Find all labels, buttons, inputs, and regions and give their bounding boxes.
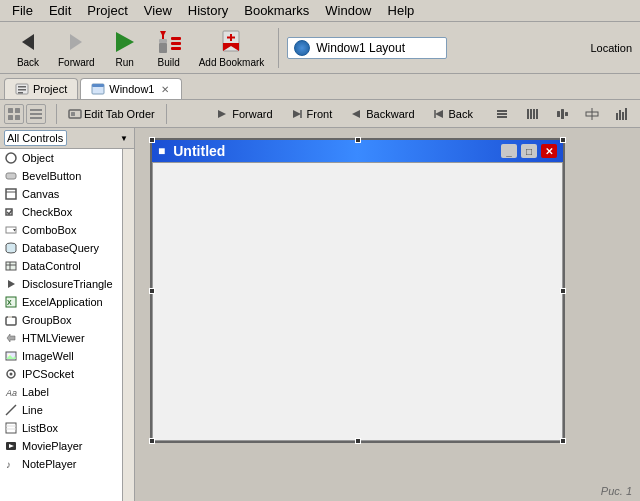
tab-close-button[interactable]: ✕ (159, 83, 171, 95)
toolbar-separator (278, 28, 279, 68)
design-window: ■ Untitled _ □ ✕ (150, 138, 565, 443)
resize-handle-midright[interactable] (560, 288, 566, 294)
align-button-1[interactable] (488, 104, 516, 124)
toolbar: Back Forward Run Build (0, 22, 640, 74)
location-text: Window1 Layout (316, 41, 405, 55)
svg-rect-34 (497, 116, 507, 118)
grid-view-icon[interactable] (4, 104, 24, 124)
location-box[interactable]: Window1 Layout (287, 37, 447, 59)
menu-view[interactable]: View (136, 1, 180, 20)
svg-marker-26 (218, 110, 226, 118)
menu-project[interactable]: Project (79, 1, 135, 20)
sec-backward-label: Backward (366, 108, 414, 120)
build-button[interactable]: Build (149, 26, 189, 70)
resize-handle-botright[interactable] (560, 438, 566, 444)
forward-label: Forward (58, 57, 95, 68)
svg-marker-27 (293, 110, 301, 118)
tab-project[interactable]: Project (4, 78, 78, 99)
window1-tab-label: Window1 (109, 83, 154, 95)
resize-handle-botmid[interactable] (355, 438, 361, 444)
resize-handle-topmid[interactable] (355, 137, 361, 143)
databasequery-icon (4, 241, 18, 255)
menu-edit[interactable]: Edit (41, 1, 79, 20)
sec-back-button[interactable]: Back (426, 105, 480, 123)
edit-tab-order-button[interactable]: Edit Tab Order (63, 104, 160, 124)
align-button-4[interactable] (578, 104, 606, 124)
item-label-checkbox: CheckBox (22, 206, 72, 218)
list-view-icon[interactable] (26, 104, 46, 124)
svg-rect-46 (622, 112, 624, 120)
list-item-ipcsocket[interactable]: IPCSocket (0, 365, 122, 383)
sidebar-scrollbar[interactable] (122, 149, 134, 501)
forward-button[interactable]: Forward (52, 26, 101, 70)
svg-line-71 (6, 405, 16, 415)
list-item-htmlviewer[interactable]: HTMLViewer (0, 329, 122, 347)
list-item-noteplayer[interactable]: ♪ NotePlayer (0, 455, 122, 473)
svg-rect-16 (92, 84, 104, 87)
list-item-datacontrol[interactable]: DataControl (0, 257, 122, 275)
resize-handle-botleft[interactable] (149, 438, 155, 444)
svg-rect-32 (497, 110, 507, 112)
svg-marker-29 (352, 110, 360, 118)
figure-caption: Рис. 1 (601, 485, 632, 497)
chart-button[interactable] (608, 104, 636, 124)
svg-rect-21 (30, 109, 42, 111)
list-item-movieplayer[interactable]: MoviePlayer (0, 437, 122, 455)
menu-bookmarks[interactable]: Bookmarks (236, 1, 317, 20)
bookmark-icon (217, 28, 245, 56)
run-button[interactable]: Run (105, 26, 145, 70)
item-label-listbox: ListBox (22, 422, 58, 434)
list-item-object[interactable]: Object (0, 149, 122, 167)
sec-forward-button[interactable]: Forward (209, 105, 279, 123)
list-item-imagewell[interactable]: ImageWell (0, 347, 122, 365)
list-item-checkbox[interactable]: CheckBox (0, 203, 122, 221)
svg-rect-49 (6, 173, 16, 179)
window-close-button[interactable]: ✕ (541, 144, 557, 158)
window-minimize-button[interactable]: _ (501, 144, 517, 158)
list-item-label[interactable]: Aa Label (0, 383, 122, 401)
sec-backward-button[interactable]: Backward (343, 105, 421, 123)
list-item-bevelbutton[interactable]: BevelButton (0, 167, 122, 185)
menu-history[interactable]: History (180, 1, 236, 20)
list-item-listbox[interactable]: ListBox (0, 419, 122, 437)
list-item-databasequery[interactable]: DatabaseQuery (0, 239, 122, 257)
menu-file[interactable]: File (4, 1, 41, 20)
menu-window[interactable]: Window (317, 1, 379, 20)
align-button-3[interactable] (548, 104, 576, 124)
list-item-disclosuretriangle[interactable]: DisclosureTriangle (0, 275, 122, 293)
svg-rect-45 (619, 110, 621, 120)
list-item-canvas[interactable]: Canvas (0, 185, 122, 203)
svg-rect-35 (527, 109, 529, 119)
svg-rect-22 (30, 113, 42, 115)
svg-rect-0 (159, 43, 167, 53)
svg-rect-44 (616, 113, 618, 120)
bookmark-label: Add Bookmark (199, 57, 265, 68)
svg-rect-38 (536, 109, 538, 119)
list-item-excelapplication[interactable]: X ExcelApplication (0, 293, 122, 311)
tab-window1[interactable]: Window1 ✕ (80, 78, 181, 99)
svg-rect-50 (6, 189, 16, 199)
align-button-2[interactable] (518, 104, 546, 124)
menu-help[interactable]: Help (380, 1, 423, 20)
resize-handle-midleft[interactable] (149, 288, 155, 294)
back-button[interactable]: Back (8, 26, 48, 70)
resize-handle-topleft[interactable] (149, 137, 155, 143)
svg-rect-63 (8, 316, 12, 318)
item-label-datacontrol: DataControl (22, 260, 81, 272)
svg-marker-30 (435, 110, 443, 118)
item-label-line: Line (22, 404, 43, 416)
item-label-combobox: ComboBox (22, 224, 76, 236)
window-maximize-button[interactable]: □ (521, 144, 537, 158)
sec-front-button[interactable]: Front (284, 105, 340, 123)
controls-filter-select[interactable]: All Controls (4, 130, 67, 146)
line-icon (4, 403, 18, 417)
resize-handle-topright[interactable] (560, 137, 566, 143)
project-tab-label: Project (33, 83, 67, 95)
list-item-combobox[interactable]: ComboBox (0, 221, 122, 239)
globe-icon (294, 40, 310, 56)
list-item-groupbox[interactable]: GroupBox (0, 311, 122, 329)
add-bookmark-button[interactable]: Add Bookmark (193, 26, 271, 70)
list-item-line[interactable]: Line (0, 401, 122, 419)
menubar: File Edit Project View History Bookmarks… (0, 0, 640, 22)
svg-rect-14 (18, 92, 23, 94)
